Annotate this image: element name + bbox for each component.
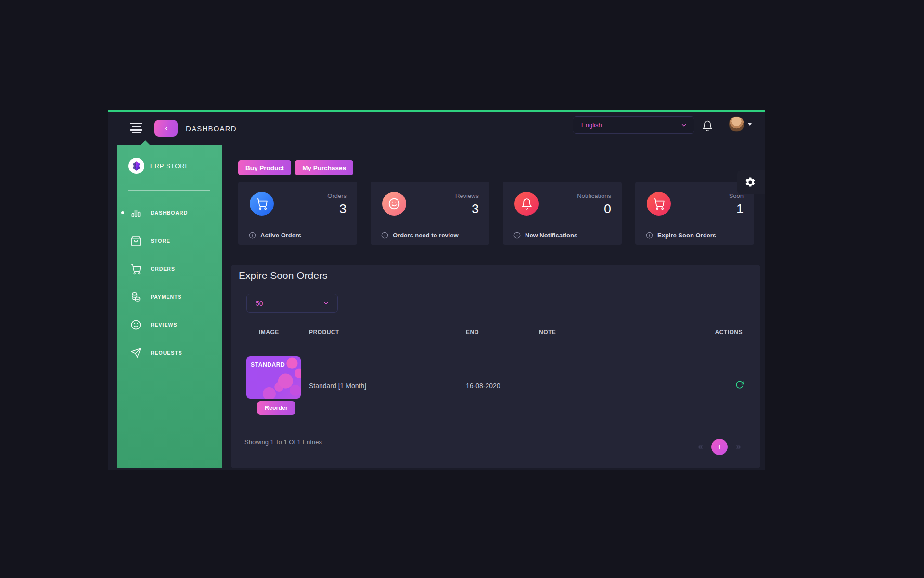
stat-label: Orders [327, 192, 346, 199]
sidebar-item-label: REQUESTS [151, 350, 182, 355]
table-header-divider [246, 350, 745, 350]
smiley-icon [382, 192, 406, 216]
stat-card-orders: Orders 3 Active Orders [238, 182, 357, 245]
pagination-prev-icon[interactable] [696, 443, 704, 451]
chevron-left-icon [163, 125, 169, 131]
cell-end: 16-08-2020 [466, 382, 500, 390]
product-image-label: STANDARD [251, 361, 285, 368]
pagination-next-icon[interactable] [735, 443, 743, 451]
info-icon [513, 232, 521, 239]
settings-panel-toggle[interactable] [737, 170, 765, 194]
info-icon [646, 232, 653, 239]
expire-soon-orders-panel: Expire Soon Orders 50 IMAGE PRODUCT END … [231, 265, 760, 468]
entries-summary: Showing 1 To 1 Of 1 Entries [244, 438, 322, 446]
stat-value: 3 [472, 202, 479, 217]
sidebar-item-store[interactable]: STORE [117, 227, 222, 255]
sidebar-item-label: REVIEWS [151, 322, 177, 328]
info-icon [249, 232, 256, 239]
menu-toggle-icon[interactable] [130, 123, 142, 133]
stat-cards: Orders 3 Active Orders Reviews 3 Orders … [238, 182, 754, 245]
panel-title: Expire Soon Orders [239, 270, 327, 281]
stat-value: 1 [736, 202, 744, 217]
page-size-value: 50 [256, 300, 322, 307]
sidebar-item-label: ORDERS [151, 266, 175, 272]
page-size-select[interactable]: 50 [246, 294, 338, 313]
sidebar-nav: DASHBOARD STORE ORDERS [117, 199, 222, 367]
stat-value: 0 [604, 202, 611, 217]
chevron-down-icon [322, 300, 330, 307]
stat-value: 3 [339, 202, 346, 217]
bell-icon [514, 192, 539, 216]
shopping-cart-icon [130, 263, 141, 275]
sidebar-item-requests[interactable]: REQUESTS [117, 339, 222, 367]
buy-product-button[interactable]: Buy Product [238, 160, 291, 175]
card-divider [249, 226, 346, 226]
stat-label: Reviews [455, 192, 479, 199]
column-header-actions: ACTIONS [715, 329, 743, 336]
brand-logo-icon [128, 158, 144, 174]
pagination: 1 [696, 437, 743, 457]
shopping-bag-icon [130, 236, 141, 247]
language-select[interactable]: English [573, 116, 694, 134]
sidebar-notch [141, 140, 150, 144]
active-dot [121, 211, 124, 214]
stat-caption-text: New Notifications [525, 232, 578, 239]
sidebar: ERP STORE DASHBOARD STORE [117, 144, 222, 468]
column-header-note: NOTE [539, 329, 556, 336]
stat-card-reviews: Reviews 3 Orders need to review [371, 182, 489, 245]
app-window: DASHBOARD English ERP ST [108, 110, 765, 470]
sidebar-item-orders[interactable]: ORDERS [117, 255, 222, 283]
reorder-button[interactable]: Reorder [257, 401, 295, 415]
pagination-page-1[interactable]: 1 [711, 439, 728, 455]
gear-icon [744, 176, 756, 188]
brand[interactable]: ERP STORE [128, 158, 190, 174]
avatar-caret-icon[interactable] [748, 123, 752, 126]
card-divider [381, 226, 479, 226]
notifications-bell-icon[interactable] [702, 119, 713, 132]
shopping-cart-icon [647, 192, 671, 216]
column-header-product: PRODUCT [309, 329, 339, 336]
stat-caption: Expire Soon Orders [646, 232, 716, 239]
column-header-image: IMAGE [259, 329, 279, 336]
stat-card-notifications: Notifications 0 New Notifications [503, 182, 622, 245]
coins-icon [130, 291, 141, 302]
chevron-down-icon [680, 122, 687, 129]
sidebar-item-payments[interactable]: PAYMENTS [117, 283, 222, 311]
column-header-end: END [466, 329, 479, 336]
page-title: DASHBOARD [186, 124, 237, 132]
bar-chart-icon [130, 208, 141, 219]
sidebar-divider [128, 190, 210, 191]
brand-name: ERP STORE [150, 162, 190, 170]
card-divider [646, 226, 744, 226]
stat-caption-text: Orders need to review [393, 232, 459, 239]
card-divider [513, 226, 611, 226]
user-avatar[interactable] [729, 116, 744, 132]
stat-caption: Orders need to review [381, 232, 459, 239]
stat-caption-text: Expire Soon Orders [657, 232, 716, 239]
stat-caption: New Notifications [513, 232, 578, 239]
paper-plane-icon [130, 347, 141, 358]
stat-caption: Active Orders [249, 232, 301, 239]
toolbar: Buy Product My Purchases [238, 160, 353, 175]
reorder-refresh-icon[interactable] [735, 381, 744, 389]
stat-caption-text: Active Orders [260, 232, 301, 239]
info-icon [381, 232, 388, 239]
sidebar-item-label: DASHBOARD [151, 210, 188, 216]
sidebar-item-dashboard[interactable]: DASHBOARD [117, 199, 222, 227]
shopping-cart-icon [250, 192, 274, 216]
stat-card-expire-soon: Soon 1 Expire Soon Orders [635, 182, 754, 245]
product-image[interactable]: STANDARD [246, 356, 301, 399]
sidebar-item-reviews[interactable]: REVIEWS [117, 311, 222, 339]
smiley-icon [130, 319, 141, 330]
sidebar-item-label: PAYMENTS [151, 294, 182, 300]
language-select-value: English [581, 121, 680, 129]
top-accent-line [108, 110, 765, 112]
my-purchases-button[interactable]: My Purchases [295, 160, 353, 175]
stat-label: Notifications [577, 192, 611, 199]
cell-product: Standard [1 Month] [309, 382, 366, 390]
sidebar-item-label: STORE [151, 238, 170, 244]
back-button[interactable] [154, 120, 178, 137]
